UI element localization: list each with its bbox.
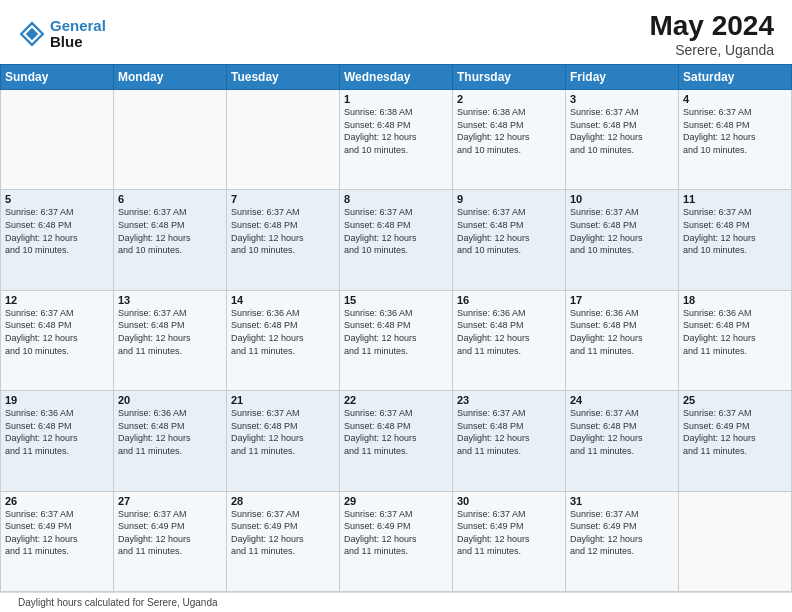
day-number: 7 bbox=[231, 193, 335, 205]
header: General Blue May 2024 Serere, Uganda bbox=[0, 0, 792, 64]
day-info: Sunrise: 6:37 AM Sunset: 6:48 PM Dayligh… bbox=[457, 206, 561, 256]
day-number: 28 bbox=[231, 495, 335, 507]
day-info: Sunrise: 6:37 AM Sunset: 6:48 PM Dayligh… bbox=[5, 206, 109, 256]
day-number: 14 bbox=[231, 294, 335, 306]
col-header-sunday: Sunday bbox=[1, 65, 114, 90]
calendar-table: SundayMondayTuesdayWednesdayThursdayFrid… bbox=[0, 64, 792, 592]
day-info: Sunrise: 6:37 AM Sunset: 6:48 PM Dayligh… bbox=[570, 407, 674, 457]
day-cell bbox=[114, 90, 227, 190]
day-number: 17 bbox=[570, 294, 674, 306]
day-number: 11 bbox=[683, 193, 787, 205]
col-header-thursday: Thursday bbox=[453, 65, 566, 90]
day-number: 16 bbox=[457, 294, 561, 306]
day-number: 20 bbox=[118, 394, 222, 406]
day-info: Sunrise: 6:37 AM Sunset: 6:48 PM Dayligh… bbox=[5, 307, 109, 357]
day-number: 21 bbox=[231, 394, 335, 406]
day-cell: 6Sunrise: 6:37 AM Sunset: 6:48 PM Daylig… bbox=[114, 190, 227, 290]
day-cell bbox=[227, 90, 340, 190]
day-number: 2 bbox=[457, 93, 561, 105]
day-info: Sunrise: 6:37 AM Sunset: 6:48 PM Dayligh… bbox=[118, 307, 222, 357]
day-number: 12 bbox=[5, 294, 109, 306]
day-cell bbox=[679, 491, 792, 591]
day-info: Sunrise: 6:37 AM Sunset: 6:48 PM Dayligh… bbox=[118, 206, 222, 256]
page: General Blue May 2024 Serere, Uganda Sun… bbox=[0, 0, 792, 612]
week-row-1: 1Sunrise: 6:38 AM Sunset: 6:48 PM Daylig… bbox=[1, 90, 792, 190]
day-cell: 9Sunrise: 6:37 AM Sunset: 6:48 PM Daylig… bbox=[453, 190, 566, 290]
month-year: May 2024 bbox=[649, 10, 774, 42]
logo-line2: Blue bbox=[50, 34, 106, 51]
day-cell bbox=[1, 90, 114, 190]
footer-text: Daylight hours calculated for Serere, Ug… bbox=[18, 597, 218, 608]
day-info: Sunrise: 6:37 AM Sunset: 6:49 PM Dayligh… bbox=[231, 508, 335, 558]
day-number: 22 bbox=[344, 394, 448, 406]
day-cell: 19Sunrise: 6:36 AM Sunset: 6:48 PM Dayli… bbox=[1, 391, 114, 491]
day-number: 24 bbox=[570, 394, 674, 406]
day-cell: 29Sunrise: 6:37 AM Sunset: 6:49 PM Dayli… bbox=[340, 491, 453, 591]
day-number: 29 bbox=[344, 495, 448, 507]
day-info: Sunrise: 6:37 AM Sunset: 6:48 PM Dayligh… bbox=[457, 407, 561, 457]
day-info: Sunrise: 6:37 AM Sunset: 6:48 PM Dayligh… bbox=[570, 206, 674, 256]
day-cell: 28Sunrise: 6:37 AM Sunset: 6:49 PM Dayli… bbox=[227, 491, 340, 591]
day-number: 5 bbox=[5, 193, 109, 205]
col-header-friday: Friday bbox=[566, 65, 679, 90]
day-info: Sunrise: 6:37 AM Sunset: 6:48 PM Dayligh… bbox=[344, 407, 448, 457]
col-header-tuesday: Tuesday bbox=[227, 65, 340, 90]
day-cell: 26Sunrise: 6:37 AM Sunset: 6:49 PM Dayli… bbox=[1, 491, 114, 591]
col-header-monday: Monday bbox=[114, 65, 227, 90]
day-cell: 12Sunrise: 6:37 AM Sunset: 6:48 PM Dayli… bbox=[1, 290, 114, 390]
day-number: 27 bbox=[118, 495, 222, 507]
col-header-saturday: Saturday bbox=[679, 65, 792, 90]
day-info: Sunrise: 6:37 AM Sunset: 6:48 PM Dayligh… bbox=[344, 206, 448, 256]
day-cell: 14Sunrise: 6:36 AM Sunset: 6:48 PM Dayli… bbox=[227, 290, 340, 390]
day-info: Sunrise: 6:37 AM Sunset: 6:48 PM Dayligh… bbox=[231, 206, 335, 256]
day-cell: 18Sunrise: 6:36 AM Sunset: 6:48 PM Dayli… bbox=[679, 290, 792, 390]
day-info: Sunrise: 6:38 AM Sunset: 6:48 PM Dayligh… bbox=[457, 106, 561, 156]
day-info: Sunrise: 6:36 AM Sunset: 6:48 PM Dayligh… bbox=[231, 307, 335, 357]
day-info: Sunrise: 6:36 AM Sunset: 6:48 PM Dayligh… bbox=[570, 307, 674, 357]
day-info: Sunrise: 6:37 AM Sunset: 6:49 PM Dayligh… bbox=[457, 508, 561, 558]
day-info: Sunrise: 6:37 AM Sunset: 6:49 PM Dayligh… bbox=[570, 508, 674, 558]
day-number: 19 bbox=[5, 394, 109, 406]
day-number: 3 bbox=[570, 93, 674, 105]
day-cell: 24Sunrise: 6:37 AM Sunset: 6:48 PM Dayli… bbox=[566, 391, 679, 491]
footer-note: Daylight hours calculated for Serere, Ug… bbox=[0, 592, 792, 612]
day-number: 25 bbox=[683, 394, 787, 406]
logo-text: General Blue bbox=[50, 18, 106, 51]
day-cell: 31Sunrise: 6:37 AM Sunset: 6:49 PM Dayli… bbox=[566, 491, 679, 591]
week-row-5: 26Sunrise: 6:37 AM Sunset: 6:49 PM Dayli… bbox=[1, 491, 792, 591]
day-cell: 2Sunrise: 6:38 AM Sunset: 6:48 PM Daylig… bbox=[453, 90, 566, 190]
day-number: 18 bbox=[683, 294, 787, 306]
day-info: Sunrise: 6:36 AM Sunset: 6:48 PM Dayligh… bbox=[118, 407, 222, 457]
calendar-header-row: SundayMondayTuesdayWednesdayThursdayFrid… bbox=[1, 65, 792, 90]
day-number: 23 bbox=[457, 394, 561, 406]
day-number: 31 bbox=[570, 495, 674, 507]
day-cell: 21Sunrise: 6:37 AM Sunset: 6:48 PM Dayli… bbox=[227, 391, 340, 491]
day-number: 30 bbox=[457, 495, 561, 507]
day-number: 9 bbox=[457, 193, 561, 205]
day-number: 13 bbox=[118, 294, 222, 306]
day-info: Sunrise: 6:36 AM Sunset: 6:48 PM Dayligh… bbox=[683, 307, 787, 357]
day-cell: 8Sunrise: 6:37 AM Sunset: 6:48 PM Daylig… bbox=[340, 190, 453, 290]
day-info: Sunrise: 6:37 AM Sunset: 6:49 PM Dayligh… bbox=[344, 508, 448, 558]
day-number: 15 bbox=[344, 294, 448, 306]
week-row-3: 12Sunrise: 6:37 AM Sunset: 6:48 PM Dayli… bbox=[1, 290, 792, 390]
day-cell: 17Sunrise: 6:36 AM Sunset: 6:48 PM Dayli… bbox=[566, 290, 679, 390]
col-header-wednesday: Wednesday bbox=[340, 65, 453, 90]
day-info: Sunrise: 6:36 AM Sunset: 6:48 PM Dayligh… bbox=[344, 307, 448, 357]
week-row-4: 19Sunrise: 6:36 AM Sunset: 6:48 PM Dayli… bbox=[1, 391, 792, 491]
day-info: Sunrise: 6:36 AM Sunset: 6:48 PM Dayligh… bbox=[5, 407, 109, 457]
day-number: 4 bbox=[683, 93, 787, 105]
day-cell: 16Sunrise: 6:36 AM Sunset: 6:48 PM Dayli… bbox=[453, 290, 566, 390]
logo: General Blue bbox=[18, 18, 106, 51]
day-cell: 5Sunrise: 6:37 AM Sunset: 6:48 PM Daylig… bbox=[1, 190, 114, 290]
day-info: Sunrise: 6:37 AM Sunset: 6:49 PM Dayligh… bbox=[683, 407, 787, 457]
day-number: 6 bbox=[118, 193, 222, 205]
general-blue-logo-icon bbox=[18, 20, 46, 48]
day-info: Sunrise: 6:37 AM Sunset: 6:49 PM Dayligh… bbox=[5, 508, 109, 558]
day-cell: 27Sunrise: 6:37 AM Sunset: 6:49 PM Dayli… bbox=[114, 491, 227, 591]
day-cell: 30Sunrise: 6:37 AM Sunset: 6:49 PM Dayli… bbox=[453, 491, 566, 591]
day-info: Sunrise: 6:37 AM Sunset: 6:49 PM Dayligh… bbox=[118, 508, 222, 558]
day-number: 1 bbox=[344, 93, 448, 105]
day-number: 26 bbox=[5, 495, 109, 507]
day-cell: 22Sunrise: 6:37 AM Sunset: 6:48 PM Dayli… bbox=[340, 391, 453, 491]
